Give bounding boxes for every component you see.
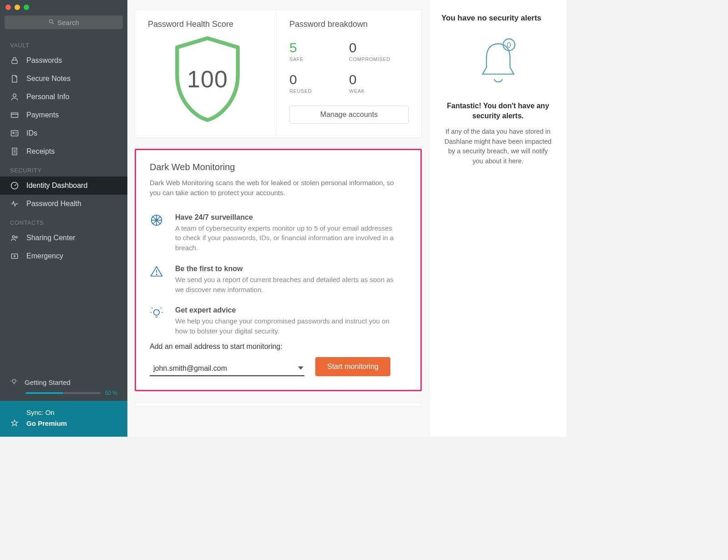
add-email-label: Add an email address to start monitoring… — [150, 343, 407, 351]
svg-line-36 — [161, 308, 162, 308]
sidebar-item-personal-info[interactable]: Personal Info — [0, 88, 127, 106]
sidebar-item-payments[interactable]: Payments — [0, 106, 127, 124]
alert-triangle-icon — [150, 265, 165, 295]
svg-line-1 — [52, 22, 54, 24]
svg-point-3 — [13, 94, 16, 97]
sidebar-item-label: Password Health — [26, 200, 81, 208]
stat-label: SAFE — [289, 56, 349, 62]
svg-point-7 — [13, 132, 14, 134]
search-icon — [48, 19, 55, 26]
svg-text:0: 0 — [506, 40, 511, 50]
email-dropdown[interactable]: john.smith@gmail.com — [150, 363, 304, 376]
sidebar-item-label: Passwords — [26, 56, 62, 65]
feature-surveillance: Have 24/7 surveillance A team of cyberse… — [150, 208, 407, 259]
sidebar-item-label: Secure Notes — [26, 75, 71, 83]
close-window-button[interactable] — [5, 5, 11, 10]
sidebar-item-label: Emergency — [26, 252, 63, 260]
chevron-down-icon — [298, 364, 303, 373]
sidebar-item-passwords[interactable]: Passwords — [0, 51, 127, 70]
bulb-icon — [10, 378, 18, 387]
svg-line-35 — [152, 308, 152, 308]
emergency-icon — [10, 252, 19, 261]
feature-body: We send you a report of current breaches… — [175, 275, 398, 295]
svg-rect-6 — [11, 131, 18, 136]
people-icon — [10, 233, 19, 242]
section-contacts-label: CONTACTS — [0, 213, 127, 229]
web-icon — [150, 213, 165, 253]
alerts-message-title: Fantastic! You don't have any security a… — [441, 101, 555, 121]
sidebar: Search VAULT Passwords Secure Notes Pers… — [0, 0, 127, 437]
feature-expert-advice: Get expert advice We help you change you… — [150, 301, 407, 343]
stat-compromised: 0 COMPROMISED — [349, 40, 409, 62]
go-premium-button[interactable]: Go Premium — [10, 418, 117, 429]
sidebar-item-label: Sharing Center — [26, 234, 76, 242]
getting-started-label: Getting Started — [25, 378, 71, 386]
alerts-panel: You have no security alerts 0 Fantastic!… — [429, 0, 566, 437]
email-value: john.smith@gmail.com — [153, 364, 227, 373]
sidebar-item-identity-dashboard[interactable]: Identity Dashboard — [0, 177, 127, 195]
maximize-window-button[interactable] — [24, 5, 29, 10]
feature-title: Be the first to know — [175, 265, 398, 273]
search-input[interactable]: Search — [5, 15, 123, 29]
card-icon — [10, 111, 19, 120]
sidebar-item-receipts[interactable]: Receipts — [0, 142, 127, 161]
next-card-peek — [135, 402, 422, 407]
star-icon — [10, 419, 19, 427]
stat-value: 5 — [289, 40, 349, 55]
sidebar-item-label: Receipts — [26, 147, 55, 156]
sidebar-item-emergency[interactable]: Emergency — [0, 247, 127, 265]
section-vault-label: VAULT — [0, 35, 127, 51]
section-security-label: SECURITY — [0, 161, 127, 177]
feature-body: A team of cybersecurity experts monitor … — [175, 223, 398, 253]
search-placeholder: Search — [57, 19, 79, 26]
stat-value: 0 — [349, 72, 409, 87]
svg-point-0 — [50, 20, 53, 23]
svg-point-16 — [15, 236, 17, 238]
go-premium-label: Go Premium — [26, 419, 67, 427]
note-icon — [10, 74, 19, 83]
window-controls — [0, 0, 127, 13]
svg-point-20 — [12, 379, 16, 383]
bulb-icon — [150, 306, 165, 336]
stat-label: WEAK — [349, 88, 409, 94]
pulse-icon — [10, 199, 19, 208]
receipt-icon — [10, 147, 19, 156]
getting-started[interactable]: Getting Started 50 % — [0, 374, 127, 401]
darkweb-desc: Dark Web Monitoring scans the web for le… — [150, 178, 395, 198]
alerts-heading: You have no security alerts — [441, 14, 555, 23]
health-score-title: Password Health Score — [148, 20, 233, 29]
feature-first-to-know: Be the first to know We send you a repor… — [150, 259, 407, 301]
password-health-card: Password Health Score 100 Password break… — [135, 9, 422, 138]
start-monitoring-button[interactable]: Start monitoring — [315, 357, 390, 376]
svg-rect-4 — [11, 113, 18, 117]
stat-label: REUSED — [289, 88, 349, 94]
sidebar-footer: Sync: On Go Premium — [0, 401, 127, 437]
stat-safe: 5 SAFE — [289, 40, 349, 62]
manage-accounts-button[interactable]: Manage accounts — [289, 106, 409, 124]
minimize-window-button[interactable] — [15, 5, 20, 10]
feature-title: Get expert advice — [175, 306, 398, 314]
stat-weak: 0 WEAK — [349, 72, 409, 94]
sync-label: Sync: On — [26, 409, 55, 416]
stat-reused: 0 REUSED — [289, 72, 349, 94]
sidebar-item-label: Personal Info — [26, 93, 69, 101]
feature-body: We help you change your compromised pass… — [175, 316, 398, 336]
bell-illustration: 0 — [441, 35, 555, 89]
sidebar-item-label: IDs — [26, 129, 37, 137]
stat-label: COMPROMISED — [349, 56, 409, 62]
darkweb-title: Dark Web Monitoring — [150, 162, 407, 172]
sidebar-item-ids[interactable]: IDs — [0, 124, 127, 142]
sidebar-item-secure-notes[interactable]: Secure Notes — [0, 70, 127, 88]
person-icon — [10, 92, 19, 101]
stat-value: 0 — [289, 72, 349, 87]
sidebar-item-sharing-center[interactable]: Sharing Center — [0, 229, 127, 247]
progress-percent: 50 % — [105, 390, 117, 396]
lock-icon — [10, 56, 19, 65]
svg-point-15 — [12, 236, 15, 238]
sidebar-item-password-health[interactable]: Password Health — [0, 195, 127, 213]
gauge-icon — [10, 181, 19, 190]
svg-point-31 — [154, 310, 160, 316]
sync-status[interactable]: Sync: On — [10, 407, 117, 418]
health-shield: 100 — [169, 34, 246, 125]
health-score-value: 100 — [187, 66, 228, 93]
